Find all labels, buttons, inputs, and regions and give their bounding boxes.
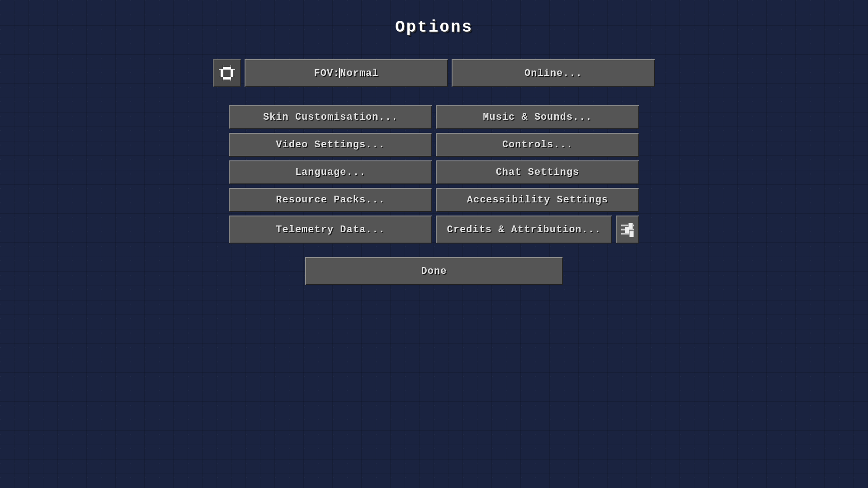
telemetry-data-label: Telemetry Data...: [276, 224, 385, 235]
sliders-icon: [621, 225, 634, 235]
accessibility-settings-button[interactable]: Accessibility Settings: [436, 188, 639, 212]
skin-customisation-label: Skin Customisation...: [263, 112, 398, 123]
puzzle-icon: [219, 65, 235, 81]
main-container: Options FO: [0, 0, 868, 488]
language-button[interactable]: Language...: [229, 160, 432, 184]
done-button[interactable]: Done: [305, 257, 563, 285]
accessibility-settings-label: Accessibility Settings: [467, 194, 608, 206]
slider-line-3: [621, 233, 634, 235]
music-sounds-label: Music & Sounds...: [483, 112, 592, 123]
music-sounds-button[interactable]: Music & Sounds...: [436, 105, 639, 129]
svg-rect-8: [233, 70, 235, 77]
video-settings-button[interactable]: Video Settings...: [229, 133, 432, 157]
online-button[interactable]: Online...: [452, 59, 655, 87]
sliders-button[interactable]: [616, 216, 639, 244]
credits-attribution-button[interactable]: Credits & Attribution...: [436, 216, 612, 244]
puzzle-svg: [219, 65, 235, 81]
video-settings-label: Video Settings...: [276, 139, 385, 150]
resource-packs-label: Resource Packs...: [276, 194, 385, 206]
credits-row: Credits & Attribution...: [436, 216, 639, 244]
resource-packs-button[interactable]: Resource Packs...: [229, 188, 432, 212]
online-label: Online...: [524, 68, 582, 79]
fov-button[interactable]: FOV: Normal: [245, 59, 448, 87]
top-row: FOV: Normal Online...: [213, 59, 655, 87]
fov-value: Normal: [340, 68, 378, 79]
skin-customisation-button[interactable]: Skin Customisation...: [229, 105, 432, 129]
controls-button[interactable]: Controls...: [436, 133, 639, 157]
svg-rect-7: [219, 70, 221, 77]
chat-settings-label: Chat Settings: [496, 167, 580, 178]
done-label: Done: [421, 266, 447, 277]
options-grid: Skin Customisation... Music & Sounds... …: [229, 105, 639, 244]
credits-attribution-label: Credits & Attribution...: [447, 224, 601, 235]
page-title: Options: [395, 18, 473, 37]
slider-line-1: [621, 225, 634, 226]
svg-rect-6: [223, 80, 231, 81]
svg-rect-5: [223, 65, 231, 67]
slider-line-2: [621, 229, 634, 230]
svg-rect-9: [223, 70, 231, 77]
language-label: Language...: [295, 167, 366, 178]
telemetry-data-button[interactable]: Telemetry Data...: [229, 216, 432, 244]
controls-label: Controls...: [502, 139, 573, 150]
chat-settings-button[interactable]: Chat Settings: [436, 160, 639, 184]
fov-label: FOV:: [314, 68, 340, 79]
puzzle-button[interactable]: [213, 59, 241, 87]
